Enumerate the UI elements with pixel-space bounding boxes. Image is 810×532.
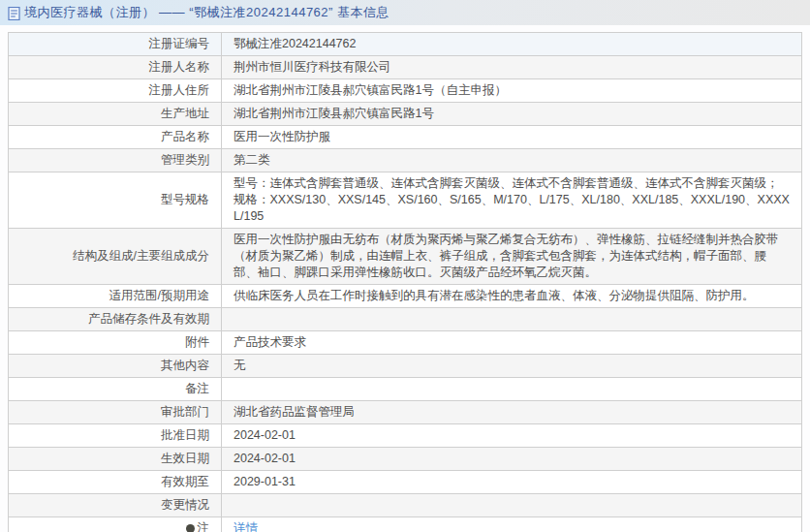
row-label: 生效日期 [9, 448, 222, 471]
table-row: 产品储存条件及有效期 [9, 308, 802, 331]
table-row: 注册人名称 荆州市恒川医疗科技有限公司 [9, 56, 802, 79]
row-label: 附件 [9, 331, 222, 355]
row-value: 无 [222, 355, 802, 378]
row-label: 产品储存条件及有效期 [9, 308, 222, 331]
row-value: 医用一次性防护服由无纺布（材质为聚丙烯与聚乙烯复合无纺布）、弹性橡筋、拉链经缝制… [222, 229, 802, 285]
row-label: 审批部门 [9, 401, 222, 424]
header-bar: 境内医疗器械（注册） —— “鄂械注准20242144762” 基本信息 [0, 0, 810, 25]
row-label: 有效期至 [9, 471, 222, 494]
row-label: 注册人住所 [9, 79, 222, 103]
row-label: 备注 [9, 378, 222, 401]
row-value: 荆州市恒川医疗科技有限公司 [222, 56, 802, 79]
row-value: 2024-02-01 [222, 448, 802, 471]
note-icon [186, 524, 195, 532]
row-value: 湖北省荆州市江陵县郝穴镇富民路1号（自主申报） [222, 79, 802, 103]
row-value: 详情 [222, 517, 802, 532]
page-title: 境内医疗器械（注册） —— “鄂械注准20242144762” 基本信息 [24, 0, 389, 25]
row-value [222, 494, 802, 517]
registration-info-table: 注册证编号 鄂械注准20242144762 注册人名称 荆州市恒川医疗科技有限公… [8, 32, 802, 532]
table-row: 型号规格 型号：连体式含脚套普通级、连体式含脚套灭菌级、连体式不含脚套普通级、连… [9, 172, 802, 229]
row-value: 2029-01-31 [222, 471, 802, 494]
row-label: 产品名称 [9, 126, 222, 149]
table-row: 产品名称 医用一次性防护服 [9, 126, 802, 149]
table-row: 批准日期 2024-02-01 [9, 424, 802, 448]
row-value: 2024-02-01 [222, 424, 802, 448]
row-value: 湖北省荆州市江陵县郝穴镇富民路1号 [222, 103, 802, 126]
row-label: 生产地址 [9, 103, 222, 126]
row-value: 鄂械注准20242144762 [222, 33, 802, 56]
row-value [222, 308, 802, 331]
page: 境内医疗器械（注册） —— “鄂械注准20242144762” 基本信息 注册证… [0, 0, 810, 532]
row-value: 供临床医务人员在工作时接触到的具有潜在感染性的患者血液、体液、分泌物提供阻隔、防… [222, 285, 802, 308]
row-value [222, 378, 802, 401]
table-row: 附件 产品技术要求 [9, 331, 802, 355]
detail-link[interactable]: 详情 [234, 521, 258, 532]
row-label: 结构及组成/主要组成成分 [9, 229, 222, 285]
row-value: 第二类 [222, 149, 802, 172]
row-label: 注册证编号 [9, 33, 222, 56]
row-value: 湖北省药品监督管理局 [222, 401, 802, 424]
row-value: 产品技术要求 [222, 331, 802, 355]
table-row: 有效期至 2029-01-31 [9, 471, 802, 494]
row-label: 适用范围/预期用途 [9, 285, 222, 308]
row-label: 注 [9, 517, 222, 532]
table-row: 注 详情 [9, 517, 802, 532]
row-label: 批准日期 [9, 424, 222, 448]
table-row: 生效日期 2024-02-01 [9, 448, 802, 471]
row-label: 管理类别 [9, 149, 222, 172]
table-row: 备注 [9, 378, 802, 401]
table-row: 结构及组成/主要组成成分 医用一次性防护服由无纺布（材质为聚丙烯与聚乙烯复合无纺… [9, 229, 802, 285]
table-row: 适用范围/预期用途 供临床医务人员在工作时接触到的具有潜在感染性的患者血液、体液… [9, 285, 802, 308]
table-row: 管理类别 第二类 [9, 149, 802, 172]
table-row: 注册证编号 鄂械注准20242144762 [9, 33, 802, 56]
row-label: 型号规格 [9, 172, 222, 229]
table-row: 变更情况 [9, 494, 802, 517]
document-icon [8, 7, 20, 20]
row-label: 变更情况 [9, 494, 222, 517]
row-value: 医用一次性防护服 [222, 126, 802, 149]
row-label: 其他内容 [9, 355, 222, 378]
row-label: 注册人名称 [9, 56, 222, 79]
table-row: 其他内容 无 [9, 355, 802, 378]
row-value: 型号：连体式含脚套普通级、连体式含脚套灭菌级、连体式不含脚套普通级、连体式不含脚… [222, 172, 802, 229]
table-row: 生产地址 湖北省荆州市江陵县郝穴镇富民路1号 [9, 103, 802, 126]
table-row: 审批部门 湖北省药品监督管理局 [9, 401, 802, 424]
table-row: 注册人住所 湖北省荆州市江陵县郝穴镇富民路1号（自主申报） [9, 79, 802, 103]
